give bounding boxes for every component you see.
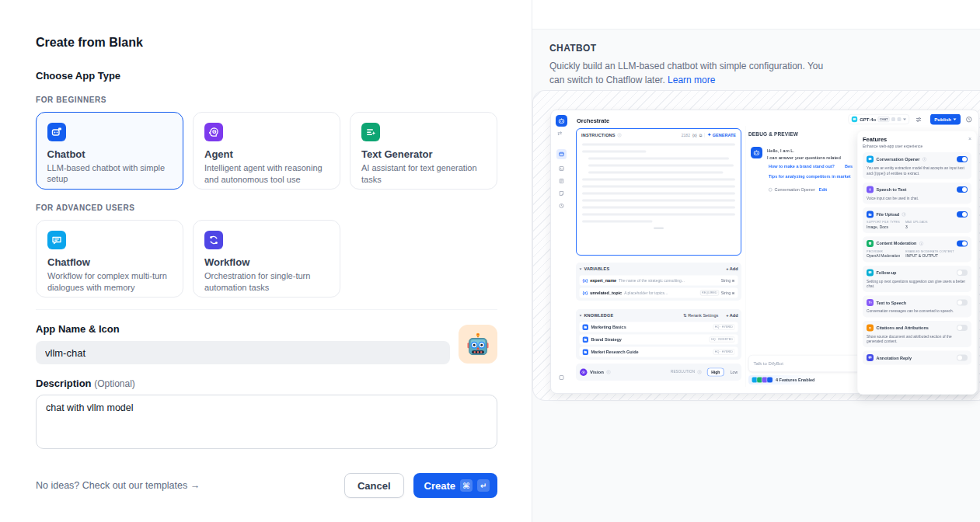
- app-type-card-workflow[interactable]: Workflow Orchestration for single-turn a…: [193, 220, 340, 298]
- workflow-icon: [204, 231, 223, 249]
- dataset-icon: [583, 324, 589, 330]
- variable-desc: A placeholder for topics...: [624, 291, 698, 295]
- create-button[interactable]: Create ⌘ ↵: [413, 473, 497, 498]
- templates-link[interactable]: No ideas? Check out our templates →: [36, 480, 200, 491]
- toggle[interactable]: [957, 300, 968, 306]
- info-icon: i: [919, 242, 923, 245]
- app-type-card-chatflow[interactable]: Chatflow Workflow for complex multi-turn…: [36, 220, 183, 298]
- suggestion-link[interactable]: How to make a brand stand out?: [769, 164, 835, 169]
- knowledge-row[interactable]: Marketing Basics HQ · HYBRID: [580, 322, 738, 332]
- feature-label: Follow-up: [877, 270, 897, 276]
- sidebar-item-documents[interactable]: [558, 177, 566, 185]
- feature-card-conversation-opener: Conversation Opener i You are an entity …: [863, 152, 971, 179]
- description-textarea[interactable]: [36, 395, 497, 449]
- follow-up-icon: [867, 269, 874, 276]
- card-desc: Orchestration for single-turn automation…: [204, 270, 329, 293]
- variable-row[interactable]: {x} expert_name The name of the strategi…: [580, 276, 738, 286]
- content-moderation-icon: [867, 240, 874, 247]
- suggestion-link[interactable]: Tips for analyzing competitors in market: [769, 174, 851, 179]
- resolution-high-option[interactable]: High: [707, 368, 724, 377]
- create-button-label: Create: [424, 480, 455, 492]
- edit-link[interactable]: Edit: [819, 187, 827, 193]
- instructions-header: INSTRUCTIONS i 2182 {x} ⧉ GENERATE: [577, 129, 741, 139]
- toggle[interactable]: [957, 241, 968, 247]
- instructions-title: INSTRUCTIONS: [581, 133, 616, 138]
- modal-footer: No ideas? Check out our templates → Canc…: [36, 473, 497, 498]
- card-title: Agent: [204, 148, 329, 160]
- feature-col-key: SUPPORT FILE TYPES: [867, 221, 900, 224]
- dataset-name: Market Research Guide: [591, 350, 710, 355]
- knowledge-row[interactable]: Brand Strategy HQ · INVERTED: [580, 335, 738, 345]
- app-type-card-chatbot[interactable]: Chatbot LLM-based chatbot with simple se…: [36, 112, 183, 190]
- feature-label: Conversation Opener: [877, 157, 920, 162]
- variables-title: VARIABLES: [584, 266, 610, 272]
- model-mode-badge: CHAT: [878, 117, 890, 122]
- collapse-icon[interactable]: [580, 269, 582, 270]
- dataset-name: Brand Strategy: [591, 337, 707, 343]
- app-icon-picker[interactable]: [459, 325, 497, 364]
- generate-button[interactable]: GENERATE: [707, 133, 736, 138]
- file-upload-icon: [867, 211, 874, 218]
- collapse-icon[interactable]: [580, 315, 582, 317]
- divider: [36, 309, 497, 310]
- toggle[interactable]: [957, 325, 968, 331]
- toggle[interactable]: [957, 211, 968, 218]
- model-selector-chip[interactable]: GPT-4o CHAT: [849, 114, 909, 124]
- variable-token-icon: {x}: [583, 291, 588, 295]
- preview-description: Quickly build an LLM-based chatbot with …: [549, 59, 835, 87]
- toggle[interactable]: [957, 270, 968, 276]
- bot-message: I can answer your questions related: [767, 155, 841, 161]
- sidebar-item-monitoring[interactable]: [558, 202, 566, 210]
- prompt-skeleton: [582, 143, 735, 229]
- variable-type-text: String: [721, 278, 731, 283]
- feature-card-text-to-speech: Text to Speech Conversation messages can…: [863, 296, 971, 318]
- toggle[interactable]: [957, 355, 968, 361]
- model-name: GPT-4o: [860, 117, 876, 123]
- bot-avatar: [751, 147, 762, 158]
- feature-card-content-moderation: Content Moderation i PROVIDEROpenAI Mode…: [863, 237, 971, 263]
- history-icon[interactable]: [966, 117, 973, 125]
- features-enabled-row[interactable]: 4 Features Enabled: [748, 375, 818, 385]
- variable-type: String ⊞: [721, 291, 735, 295]
- sidebar-item-notes[interactable]: [558, 190, 566, 197]
- model-settings-icon[interactable]: [915, 117, 922, 125]
- variable-insert-icon[interactable]: {x}: [692, 133, 697, 137]
- text-to-speech-icon: [867, 299, 874, 306]
- card-title: Workflow: [204, 256, 329, 268]
- dataset-name: Marketing Basics: [591, 325, 710, 330]
- variable-row[interactable]: {x} unrelated_topic A placeholder for to…: [580, 288, 738, 298]
- rerank-label: Rerank Settings: [688, 313, 718, 318]
- knowledge-row[interactable]: Market Research Guide HQ · HYBRID: [580, 347, 738, 357]
- conversation-opener-row: Conversation Opener Edit: [769, 187, 827, 193]
- variable-desc: The name of the strategic consulting...: [619, 278, 719, 283]
- app-type-card-text-generator[interactable]: Text Generator AI assistant for text gen…: [350, 112, 497, 190]
- resolution-low-option[interactable]: Low: [731, 370, 738, 374]
- feature-card-annotation-reply: Annotation Reply: [863, 351, 971, 365]
- app-name-input[interactable]: [36, 341, 450, 364]
- publish-button[interactable]: Publish: [930, 114, 961, 125]
- sidebar-item-orchestrate[interactable]: [556, 149, 567, 159]
- suggestion-link[interactable]: Bes: [845, 164, 853, 169]
- arrow-right-icon: →: [190, 480, 201, 491]
- vision-section: Vision i RESOLUTION i High Low: [576, 364, 741, 381]
- close-icon[interactable]: ×: [968, 135, 971, 142]
- page-title: Create from Blank: [36, 36, 497, 50]
- enter-key-icon: ↵: [477, 479, 490, 492]
- speech-to-text-icon: [867, 186, 874, 193]
- group-beginners-label: FOR BEGINNERS: [36, 96, 497, 104]
- toggle[interactable]: [957, 156, 968, 162]
- learn-more-link[interactable]: Learn more: [668, 75, 715, 85]
- cancel-button[interactable]: Cancel: [344, 473, 404, 498]
- app-type-card-agent[interactable]: Agent Intelligent agent with reasoning a…: [193, 112, 340, 190]
- preview-heading: CHATBOT: [549, 43, 980, 54]
- add-variable-button[interactable]: + Add: [726, 266, 738, 272]
- add-knowledge-button[interactable]: + Add: [726, 313, 738, 318]
- feature-col-value: OpenAI Moderation: [867, 254, 900, 259]
- rerank-settings-button[interactable]: ⇅ Rerank Settings: [683, 313, 718, 318]
- sidebar-item-collapse[interactable]: [558, 374, 566, 381]
- swap-icon[interactable]: ⇄: [558, 130, 563, 137]
- toggle[interactable]: [957, 186, 968, 193]
- copy-icon[interactable]: ⧉: [699, 133, 703, 137]
- card-desc: AI assistant for text generation tasks: [361, 162, 486, 185]
- sidebar-item-image[interactable]: [558, 165, 566, 172]
